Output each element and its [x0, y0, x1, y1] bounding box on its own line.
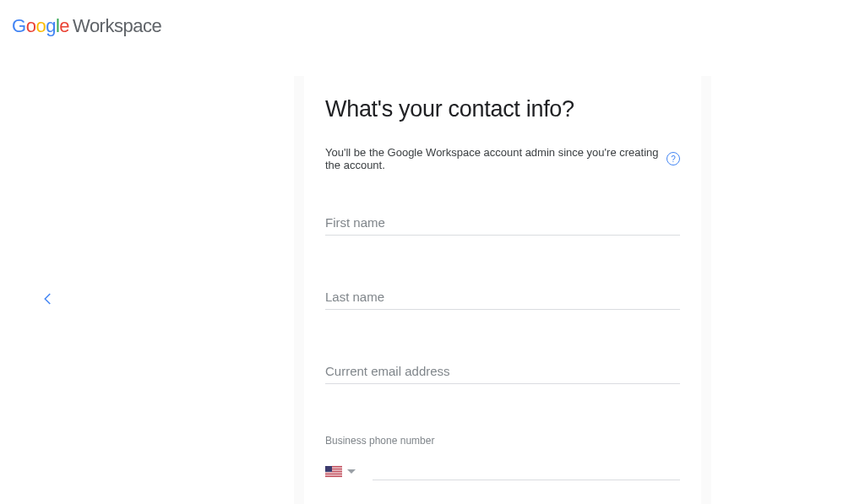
chevron-down-icon	[347, 469, 356, 474]
country-code-select[interactable]	[325, 466, 356, 480]
phone-input[interactable]	[373, 457, 680, 480]
email-field	[325, 360, 680, 384]
email-input[interactable]	[325, 360, 680, 384]
subtext-text: You'll be the Google Workspace account a…	[325, 146, 661, 171]
back-chevron-icon[interactable]	[41, 291, 56, 306]
first-name-input[interactable]	[325, 212, 680, 236]
help-icon[interactable]: ?	[666, 152, 680, 165]
flag-us-icon	[325, 466, 342, 477]
phone-label: Business phone number	[325, 435, 680, 447]
brand-logo: GoogleWorkspace	[12, 15, 161, 37]
first-name-field	[325, 212, 680, 236]
phone-field: Business phone number	[325, 435, 680, 480]
page-title: What's your contact info?	[325, 96, 680, 122]
last-name-input[interactable]	[325, 286, 680, 310]
product-name: Workspace	[73, 15, 161, 36]
signup-form: What's your contact info? You'll be the …	[304, 76, 701, 504]
admin-subtext: You'll be the Google Workspace account a…	[325, 146, 680, 171]
last-name-field	[325, 286, 680, 310]
